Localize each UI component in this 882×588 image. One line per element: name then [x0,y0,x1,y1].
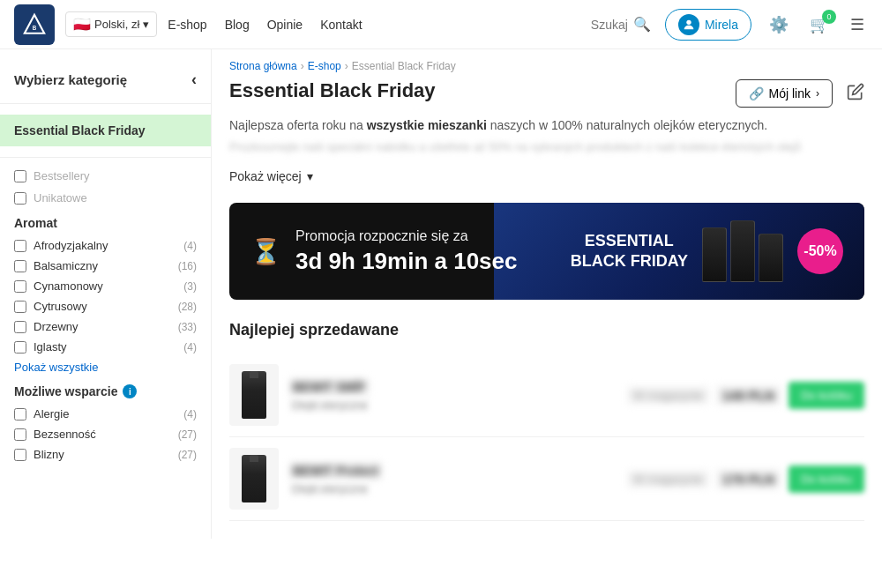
product-info-1: BEWIT SMÍF Olejki eteryczne [289,378,617,413]
checkbox-blizny[interactable] [14,449,26,461]
bottle-2 [730,220,755,282]
filter-iglasty[interactable]: Iglasty (4) [0,337,211,357]
checkbox-bezsennosc[interactable] [14,428,26,441]
flag-icon: 🇵🇱 [73,16,91,33]
header-actions: 🔗 Mój link › [736,79,864,108]
add-to-cart-1[interactable]: Do košíku [789,382,864,409]
header-right: Szukaj 🔍 Mirela ⚙️ 🛒 0 ☰ [591,9,868,41]
sidebar: Wybierz kategorię ‹ Essential Black Frid… [0,49,212,539]
product-row: BEWIT SMÍF Olejki eteryczne W magazynie … [229,354,864,437]
product-info-2: BEWIT Protect Olejki eteryczne [289,462,617,496]
count-drzewny: (33) [178,321,197,333]
main-nav: E-shop Blog Opinie Kontakt [168,18,580,32]
nav-eshop[interactable]: E-shop [168,18,206,32]
breadcrumb-eshop[interactable]: E-shop [308,60,341,72]
aroma-section-title: Aromat [0,209,211,235]
filter-unikatowe[interactable]: Unikatowe [0,187,211,209]
my-link-button[interactable]: 🔗 Mój link › [736,79,833,108]
avatar [678,14,699,35]
product-sub-1: Olejki eteryczne [289,398,370,413]
product-name-2: BEWIT Protect [289,462,382,480]
count-afrodyzjakalny: (4) [183,240,197,252]
product-name-1: BEWIT SMÍF [289,378,369,396]
bottle-image-1 [242,371,266,419]
page-title: Essential Black Friday [229,79,436,102]
filter-cytrusowy[interactable]: Cytrusowy (28) [0,296,211,316]
product-right-2: W magazynie 179 PLN Do košíku [628,465,864,493]
user-button[interactable]: Mirela [665,9,751,41]
checkbox-iglasty[interactable] [14,341,26,354]
promo-banner: ⏳ Promocja rozpocznie się za 3d 9h 19min… [229,203,864,300]
chevron-right-icon: › [816,87,819,100]
filter-alergie[interactable]: Alergie (4) [0,404,211,424]
filter-blizny[interactable]: Blizny (27) [0,444,211,465]
support-section-title: Możliwe wsparcie i [0,377,211,404]
checkbox-unikatowe[interactable] [14,192,26,205]
search-label: Szukaj [591,18,628,32]
nav-kontakt[interactable]: Kontakt [320,18,362,32]
product-thumbnail-1 [229,364,279,426]
breadcrumb-home[interactable]: Strona główna [229,60,297,72]
description-text: Najlepsza oferta roku na wszystkie miesz… [229,116,864,135]
timer-value: 3d 9h 19min a 10sec [295,248,517,275]
filter-afrodyzjakalny[interactable]: Afrodyzjakalny (4) [0,235,211,256]
cart-button[interactable]: 🛒 0 [806,11,833,38]
add-to-cart-2[interactable]: Do košíku [789,465,864,493]
user-name: Mirela [705,18,738,32]
checkbox-bestsellery[interactable] [14,170,26,182]
checkbox-cynamonowy[interactable] [14,280,26,293]
product-row-2: BEWIT Protect Olejki eteryczne W magazyn… [229,437,864,521]
divider [0,157,211,158]
edit-button[interactable] [847,83,864,105]
discount-badge: -50% [797,228,843,274]
filter-bezsennosc[interactable]: Bezsenność (27) [0,424,211,444]
checkbox-balsamiczny[interactable] [14,260,26,272]
breadcrumb-current: Essential Black Friday [352,60,456,72]
logo: B [14,4,55,45]
svg-text:B: B [33,24,37,30]
lang-label: Polski, zł [94,18,139,31]
header: B 🇵🇱 Polski, zł ▾ E-shop Blog Opinie Kon… [0,0,882,49]
search-icon[interactable]: 🔍 [633,16,651,33]
active-category[interactable]: Essential Black Friday [0,115,211,146]
svg-point-2 [686,19,691,24]
main-content: Strona główna › E-shop › Essential Black… [212,49,882,539]
filter-cynamonowy[interactable]: Cynamonowy (3) [0,276,211,296]
language-selector[interactable]: 🇵🇱 Polski, zł ▾ [65,11,157,37]
search-box[interactable]: Szukaj 🔍 [591,16,651,33]
link-icon: 🔗 [749,86,764,100]
filter-balsamiczny[interactable]: Balsamiczny (16) [0,256,211,276]
checkbox-afrodyzjakalny[interactable] [14,240,26,252]
bestsellers-heading: Najlepiej sprzedawane [229,321,864,339]
nav-opinie[interactable]: Opinie [267,18,303,32]
collapse-icon[interactable]: ‹ [191,71,197,89]
product-sub-2: Olejki eteryczne [289,482,370,496]
count-cynamonowy: (3) [183,280,197,293]
settings-button[interactable]: ⚙️ [766,11,792,38]
product-price-label-2: W magazynie [628,471,708,488]
checkbox-drzewny[interactable] [14,321,26,333]
cart-badge: 0 [822,10,836,24]
filter-drzewny[interactable]: Drzewny (33) [0,316,211,337]
checkbox-alergie[interactable] [14,408,26,421]
nav-blog[interactable]: Blog [225,18,250,32]
info-icon[interactable]: i [123,384,137,398]
checkbox-cytrusowy[interactable] [14,301,26,313]
product-right-1: W magazynie 149 PLN Do košíku [628,382,864,409]
sidebar-title: Wybierz kategorię [14,72,127,87]
main-container: Wybierz kategorię ‹ Essential Black Frid… [0,49,882,539]
timer-icon: ⏳ [250,237,281,266]
chevron-down-icon: ▾ [143,18,149,31]
breadcrumb: Strona główna › E-shop › Essential Black… [229,49,864,79]
content-header: Essential Black Friday 🔗 Mój link › [229,79,864,108]
show-all-link[interactable]: Pokaż wszystkie [0,357,211,377]
filter-bestsellery[interactable]: Bestsellery [0,165,211,187]
count-alergie: (4) [183,408,197,421]
sidebar-header: Wybierz kategorię ‹ [0,63,211,104]
show-more-button[interactable]: Pokaż więcej ▾ [229,164,313,189]
count-bezsennosc: (27) [178,428,197,441]
hamburger-button[interactable]: ☰ [847,11,868,38]
chevron-down-icon: ▾ [307,169,313,183]
product-price-main-1: 149 PLN [717,386,780,405]
count-iglasty: (4) [183,341,197,354]
